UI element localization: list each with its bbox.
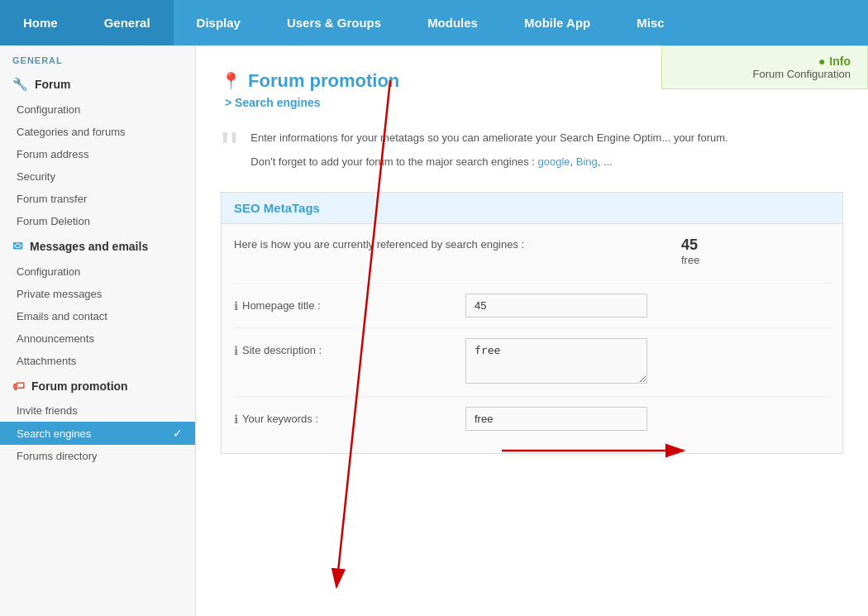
google-link[interactable]: google [538, 155, 570, 168]
form-row-site-description: ℹ Site description : free [234, 327, 830, 396]
form-row-homepage-title: ℹ Homepage title : [234, 283, 830, 327]
form-row-keywords: ℹ Your keywords : [234, 396, 830, 441]
info-box-subtitle: Forum Configuration [679, 68, 851, 80]
nav-misc[interactable]: Misc [613, 0, 687, 45]
site-description-label-text: Site description : [242, 344, 322, 356]
sidebar-item-forum-transfer[interactable]: Forum transfer [0, 188, 195, 210]
nav-general[interactable]: General [81, 0, 174, 45]
bing-link[interactable]: Bing [576, 155, 598, 168]
sidebar-item-search-engines[interactable]: Search engines [0, 422, 195, 445]
seo-metatags-section: SEO MetaTags Here is how you are current… [221, 192, 843, 454]
sidebar-item-private-messages[interactable]: Private messages [0, 283, 195, 305]
seo-referenced-free: free [681, 254, 830, 266]
keywords-label-text: Your keywords : [242, 413, 318, 425]
main-content: ● Info Forum Configuration 📍 Forum promo… [196, 45, 868, 616]
page-title-text: Forum promotion [248, 70, 399, 92]
nav-display[interactable]: Display [174, 0, 264, 45]
quote-paragraph-1: Enter informations for your metatags so … [250, 130, 727, 147]
sidebar-item-announcements[interactable]: Announcements [0, 327, 195, 350]
seo-content: Here is how you are currently referenced… [222, 224, 842, 453]
keywords-input[interactable] [465, 407, 647, 431]
info-box: ● Info Forum Configuration [661, 45, 868, 89]
nav-modules[interactable]: Modules [404, 0, 501, 45]
location-pin-icon: 📍 [221, 71, 241, 91]
info-icon-homepage: ℹ [234, 299, 238, 313]
sidebar-section-title: GENERAL [0, 45, 195, 70]
sidebar-group-messages-label: Messages and emails [30, 240, 148, 253]
seo-referenced-number: 45 [681, 236, 830, 254]
envelope-icon: ✉ [12, 239, 23, 254]
quote-text: Enter informations for your metatags so … [250, 130, 727, 171]
info-box-title: ● Info [679, 55, 851, 68]
sidebar-group-promotion-label: Forum promotion [31, 380, 128, 393]
sidebar-group-promotion[interactable]: 🏷 Forum promotion [0, 372, 195, 399]
homepage-title-input-wrapper [465, 294, 830, 318]
nav-users-groups[interactable]: Users & Groups [264, 0, 404, 45]
info-box-title-text: Info [829, 55, 851, 68]
site-description-label: ℹ Site description : [234, 338, 465, 357]
sidebar-group-forum[interactable]: 🔧 Forum [0, 70, 195, 98]
sidebar-item-invite-friends[interactable]: Invite friends [0, 399, 195, 422]
sidebar-item-forums-directory[interactable]: Forums directory [0, 445, 195, 467]
sidebar-item-emails-contact[interactable]: Emails and contact [0, 305, 195, 327]
content-subtitle: > Search engines [225, 96, 843, 109]
seo-referenced-row: Here is how you are currently referenced… [234, 236, 830, 266]
top-navigation: Home General Display Users & Groups Modu… [0, 0, 868, 45]
sidebar: GENERAL 🔧 Forum Configuration Categories… [0, 45, 196, 616]
sidebar-group-messages[interactable]: ✉ Messages and emails [0, 232, 195, 260]
wrench-icon: 🔧 [12, 77, 28, 92]
seo-referenced-value: 45 free [665, 236, 830, 266]
quote-mark: " [221, 130, 238, 170]
info-icon-keywords: ℹ [234, 413, 238, 426]
sidebar-group-forum-label: Forum [35, 78, 71, 91]
info-icon-description: ℹ [234, 344, 238, 357]
quote-paragraph-2: Don't forget to add your forum to the ma… [250, 154, 727, 171]
tag-icon: 🏷 [12, 379, 25, 393]
check-circle-icon: ● [818, 55, 825, 68]
main-layout: GENERAL 🔧 Forum Configuration Categories… [0, 45, 868, 616]
nav-mobile-app[interactable]: Mobile App [501, 0, 613, 45]
site-description-textarea[interactable]: free [465, 338, 647, 384]
homepage-title-label-text: Homepage title : [242, 299, 321, 312]
sidebar-item-attachments[interactable]: Attachments [0, 350, 195, 372]
site-description-input-wrapper: free [465, 338, 830, 386]
quote-block: " Enter informations for your metatags s… [196, 122, 868, 184]
homepage-title-label: ℹ Homepage title : [234, 294, 465, 313]
nav-home[interactable]: Home [0, 0, 81, 45]
sidebar-item-forum-address[interactable]: Forum address [0, 143, 195, 165]
homepage-title-input[interactable] [465, 294, 647, 318]
keywords-input-wrapper [465, 407, 830, 431]
sidebar-item-msg-configuration[interactable]: Configuration [0, 260, 195, 283]
sidebar-item-configuration[interactable]: Configuration [0, 98, 195, 121]
sidebar-item-forum-deletion[interactable]: Forum Deletion [0, 210, 195, 232]
keywords-label: ℹ Your keywords : [234, 407, 465, 426]
seo-referenced-label: Here is how you are currently referenced… [234, 236, 665, 253]
sidebar-item-categories[interactable]: Categories and forums [0, 121, 195, 143]
seo-section-title: SEO MetaTags [222, 193, 842, 224]
sidebar-item-security[interactable]: Security [0, 165, 195, 188]
